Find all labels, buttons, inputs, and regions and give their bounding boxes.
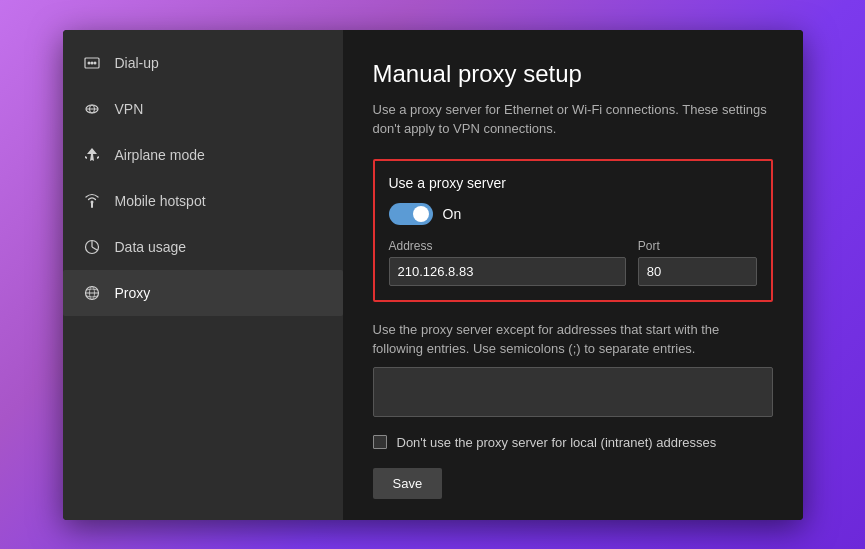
sidebar-item-datausage[interactable]: Data usage (63, 224, 343, 270)
svg-point-2 (90, 61, 93, 64)
exceptions-description: Use the proxy server except for addresse… (373, 320, 773, 359)
svg-point-3 (93, 61, 96, 64)
sidebar-item-label: Dial-up (115, 55, 159, 71)
datausage-icon (83, 238, 101, 256)
port-label: Port (638, 239, 757, 253)
svg-point-1 (87, 61, 90, 64)
local-intranet-row: Don't use the proxy server for local (in… (373, 435, 773, 450)
svg-point-7 (90, 200, 93, 203)
use-proxy-label: Use a proxy server (389, 175, 757, 191)
page-title: Manual proxy setup (373, 60, 773, 88)
sidebar-item-label: VPN (115, 101, 144, 117)
airplane-icon (83, 146, 101, 164)
proxy-icon (83, 284, 101, 302)
vpn-icon (83, 100, 101, 118)
save-button[interactable]: Save (373, 468, 443, 499)
exceptions-input[interactable] (373, 367, 773, 417)
address-label: Address (389, 239, 626, 253)
description: Use a proxy server for Ethernet or Wi-Fi… (373, 100, 773, 139)
sidebar-item-label: Mobile hotspot (115, 193, 206, 209)
sidebar-item-airplane[interactable]: Airplane mode (63, 132, 343, 178)
settings-window: Dial-up VPN Airplane mode (63, 30, 803, 520)
sidebar-item-proxy[interactable]: Proxy (63, 270, 343, 316)
hotspot-icon (83, 192, 101, 210)
sidebar-item-label: Proxy (115, 285, 151, 301)
port-group: Port (638, 239, 757, 286)
port-input[interactable] (638, 257, 757, 286)
sidebar-item-dialup[interactable]: Dial-up (63, 40, 343, 86)
sidebar-item-vpn[interactable]: VPN (63, 86, 343, 132)
sidebar-item-label: Airplane mode (115, 147, 205, 163)
sidebar-item-label: Data usage (115, 239, 187, 255)
toggle-track (389, 203, 433, 225)
toggle-state-label: On (443, 206, 462, 222)
toggle-thumb (413, 206, 429, 222)
local-intranet-label: Don't use the proxy server for local (in… (397, 435, 717, 450)
dialup-icon (83, 54, 101, 72)
toggle-row: On (389, 203, 757, 225)
proxy-toggle[interactable] (389, 203, 433, 225)
proxy-server-section: Use a proxy server On Address Port (373, 159, 773, 302)
main-content: Manual proxy setup Use a proxy server fo… (343, 30, 803, 520)
address-port-row: Address Port (389, 239, 757, 286)
address-input[interactable] (389, 257, 626, 286)
sidebar: Dial-up VPN Airplane mode (63, 30, 343, 520)
local-intranet-checkbox[interactable] (373, 435, 387, 449)
address-group: Address (389, 239, 626, 286)
sidebar-item-hotspot[interactable]: Mobile hotspot (63, 178, 343, 224)
